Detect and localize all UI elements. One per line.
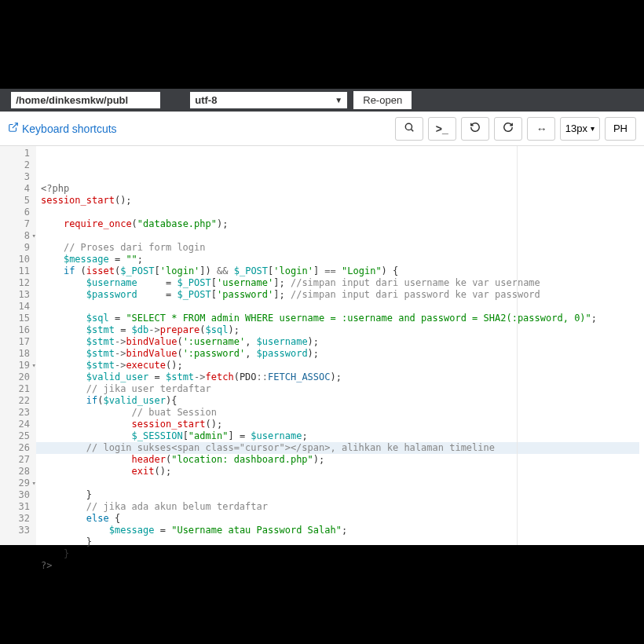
encoding-label xyxy=(181,94,184,106)
redo-icon xyxy=(503,122,514,135)
code-content[interactable]: <?phpsession_start(); require_once("data… xyxy=(36,146,644,545)
arrows-horizontal-icon: ↔ xyxy=(536,123,546,135)
terminal-icon: >_ xyxy=(436,123,448,135)
language-select[interactable]: PH xyxy=(605,117,636,141)
editor-area: Keyboard shortcuts >_ ↔ 13px▾ PH xyxy=(0,112,644,545)
keyboard-shortcuts-link[interactable]: Keyboard shortcuts xyxy=(8,122,117,135)
top-bar: /home/dinkesmkw/publ utf-8▼ Re-open xyxy=(0,89,644,112)
editor-toolbar: Keyboard shortcuts >_ ↔ 13px▾ PH xyxy=(0,112,644,146)
search-button[interactable] xyxy=(395,117,423,141)
encoding-select[interactable]: utf-8▼ xyxy=(190,92,347,108)
terminal-button[interactable]: >_ xyxy=(428,117,456,141)
redo-button[interactable] xyxy=(494,117,522,141)
editing-label xyxy=(2,94,5,106)
external-link-icon xyxy=(8,122,19,135)
font-size-select[interactable]: 13px▾ xyxy=(560,117,600,141)
line-gutter: 1234567891011121314151617181920212223242… xyxy=(0,146,36,545)
svg-line-0 xyxy=(13,123,17,128)
code-editor[interactable]: 1234567891011121314151617181920212223242… xyxy=(0,146,644,545)
reopen-button[interactable]: Re-open xyxy=(353,91,412,109)
print-margin xyxy=(517,146,518,545)
undo-icon xyxy=(470,122,481,135)
file-path-input[interactable]: /home/dinkesmkw/publ xyxy=(11,92,160,108)
wrap-button[interactable]: ↔ xyxy=(527,117,555,141)
svg-point-1 xyxy=(405,123,412,130)
undo-button[interactable] xyxy=(461,117,489,141)
svg-line-2 xyxy=(411,130,413,132)
search-icon xyxy=(404,122,415,135)
